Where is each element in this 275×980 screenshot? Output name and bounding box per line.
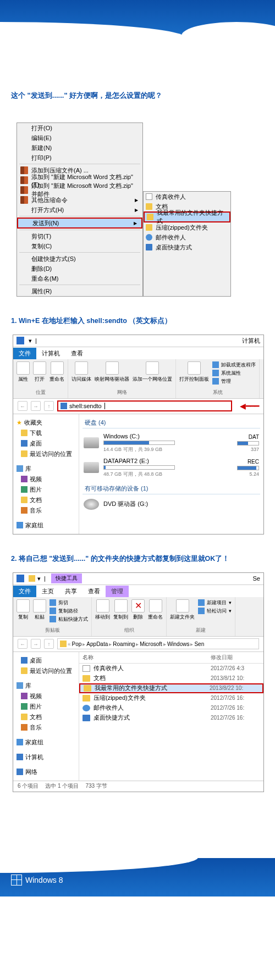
submenu-item[interactable]: 传真收件人 bbox=[144, 192, 230, 202]
ctx-item[interactable]: 添加到 "新建 Microsoft Word 文档.zip" 并邮件 bbox=[17, 185, 142, 195]
submenu-item[interactable]: 邮件收件人 bbox=[144, 232, 230, 242]
up-button[interactable]: ↑ bbox=[44, 639, 54, 649]
ctx-item[interactable]: 其他压缩命令▶ bbox=[17, 195, 142, 205]
breadcrumb-item[interactable]: Microsoft bbox=[140, 641, 162, 647]
submenu-item[interactable]: 压缩(zipped)文件夹 bbox=[144, 222, 230, 232]
up-button[interactable]: ↑ bbox=[44, 401, 54, 411]
ctx-item[interactable]: 打开方式(H)▶ bbox=[17, 205, 142, 215]
sidebar-homegroup[interactable]: 家庭组 bbox=[15, 737, 76, 748]
forward-button[interactable]: → bbox=[31, 401, 41, 411]
btn-copypath[interactable]: 复制路径 bbox=[50, 608, 88, 615]
step2-text: 2. 将自己想 "发送到......" 的文件夹的快捷方式都复制到这里就OK了！ bbox=[11, 554, 264, 564]
breadcrumb-item[interactable]: AppData bbox=[86, 641, 108, 647]
file-row[interactable]: 桌面快捷方式2012/7/26 16: bbox=[79, 713, 263, 723]
group-removable[interactable]: 有可移动存储的设备 (1) bbox=[82, 483, 260, 494]
sidebar-music[interactable]: 音乐 bbox=[15, 505, 76, 516]
btn-manage[interactable]: 管理 bbox=[212, 378, 256, 385]
back-button[interactable]: ← bbox=[18, 401, 28, 411]
ctx-item[interactable]: 打印(P) bbox=[17, 153, 142, 163]
tab-file[interactable]: 文件 bbox=[13, 586, 36, 597]
sidebar-music[interactable]: 音乐 bbox=[15, 722, 76, 733]
shortcut-tools-tab[interactable]: 快捷工具 bbox=[51, 573, 82, 583]
btn-sysprops[interactable]: 系统属性 bbox=[212, 370, 256, 377]
titlebar: ▾ | 计算机 bbox=[13, 335, 263, 347]
tab-home[interactable]: 主页 bbox=[36, 586, 59, 597]
submenu-item[interactable]: 桌面快捷方式 bbox=[144, 242, 230, 252]
ctx-item[interactable]: 编辑(E) bbox=[17, 133, 142, 143]
tab-view[interactable]: 查看 bbox=[65, 348, 89, 359]
file-row[interactable]: 传真收件人2012/7/26 4:3 bbox=[79, 664, 263, 673]
tab-manage[interactable]: 管理 bbox=[106, 586, 129, 597]
explorer-window-1: ▾ | 计算机 文件 计算机 查看 属性 打开 重命名 位置 访问媒体 映射网络… bbox=[13, 335, 264, 534]
ctx-item[interactable]: 创建快捷方式(S) bbox=[17, 254, 142, 264]
back-button[interactable]: ← bbox=[18, 639, 28, 649]
ctx-item[interactable]: 打开(O) bbox=[17, 123, 142, 133]
btn-addnet[interactable]: 添加一个网络位置 bbox=[133, 361, 172, 383]
tab-share[interactable]: 共享 bbox=[59, 586, 82, 597]
btn-open[interactable]: 打开 bbox=[33, 361, 46, 383]
submenu-item[interactable]: 我最常用的文件夹快捷方式 bbox=[144, 211, 230, 222]
breadcrumb-item[interactable]: Windows bbox=[167, 641, 190, 647]
forward-button[interactable]: → bbox=[31, 639, 41, 649]
sidebar-recent[interactable]: 最近访问的位置 bbox=[15, 666, 76, 676]
btn-easyaccess[interactable]: 轻松访问▾ bbox=[198, 608, 232, 615]
tab-file[interactable]: 文件 bbox=[13, 348, 36, 359]
ctx-item[interactable]: 重命名(M) bbox=[17, 274, 142, 283]
btn-cut[interactable]: 剪切 bbox=[50, 599, 88, 606]
breadcrumb-item[interactable]: Sen bbox=[194, 641, 204, 647]
ctx-item[interactable]: 属性(R) bbox=[17, 286, 142, 296]
sidebar-video[interactable]: 视频 bbox=[15, 691, 76, 701]
breadcrumb[interactable]: « Pop▸AppData▸Roaming▸Microsoft▸Windows▸… bbox=[57, 638, 259, 649]
group-hdd[interactable]: 硬盘 (4) bbox=[82, 417, 260, 428]
sidebar-video[interactable]: 视频 bbox=[15, 474, 76, 485]
tab-view[interactable]: 查看 bbox=[82, 586, 106, 597]
sidebar-doc[interactable]: 文档 bbox=[15, 712, 76, 722]
file-row[interactable]: 文档2013/8/12 10: bbox=[79, 673, 263, 683]
btn-properties[interactable]: 属性 bbox=[16, 361, 30, 383]
btn-delete[interactable]: ✕删除 bbox=[131, 599, 145, 621]
tab-computer[interactable]: 计算机 bbox=[36, 348, 65, 359]
sidebar-homegroup[interactable]: 家庭组 bbox=[15, 520, 76, 531]
btn-copyto[interactable]: 复制到 bbox=[113, 599, 128, 621]
btn-copy[interactable]: 复制 bbox=[16, 599, 30, 621]
ctx-item[interactable]: 删除(D) bbox=[17, 264, 142, 274]
btn-rename[interactable]: 重命名 bbox=[50, 361, 64, 383]
sidebar-desktop[interactable]: 桌面 bbox=[15, 655, 76, 666]
sidebar-computer[interactable]: 计算机 bbox=[15, 752, 76, 762]
file-row[interactable]: 邮件收件人2012/7/26 16: bbox=[79, 703, 263, 713]
sidebar-desktop[interactable]: 桌面 bbox=[15, 438, 76, 449]
btn-moveto[interactable]: 移动到 bbox=[95, 599, 110, 621]
drive-e[interactable]: DATAPART2 (E:) 48.7 GB 可用，共 48.8 GB REC … bbox=[82, 455, 260, 480]
sidebar-lib[interactable]: 库 bbox=[15, 464, 76, 474]
sidebar-doc[interactable]: 文档 bbox=[15, 495, 76, 505]
address-input[interactable]: shell:sendto bbox=[57, 400, 232, 411]
btn-newitem[interactable]: 新建项目▾ bbox=[198, 599, 232, 606]
btn-media[interactable]: 访问媒体 bbox=[72, 361, 91, 383]
btn-netdrive[interactable]: 映射网络驱动器 bbox=[95, 361, 129, 383]
windows-logo: Windows 8 bbox=[11, 875, 275, 886]
sidebar-favorites[interactable]: ★收藏夹 bbox=[15, 417, 76, 428]
sidebar-pic[interactable]: 图片 bbox=[15, 485, 76, 495]
btn-rename[interactable]: 重命名 bbox=[148, 599, 163, 621]
btn-uninstall[interactable]: 卸载或更改程序 bbox=[212, 361, 256, 369]
ctx-item[interactable]: 发送到(N)▶ bbox=[17, 218, 142, 229]
breadcrumb-item[interactable]: Pop bbox=[72, 641, 82, 647]
btn-pasteshort[interactable]: 粘贴快捷方式 bbox=[50, 616, 88, 623]
sidebar-network[interactable]: 网络 bbox=[15, 767, 76, 777]
sidebar-lib[interactable]: 库 bbox=[15, 681, 76, 691]
sidebar-downloads[interactable]: 下载 bbox=[15, 428, 76, 438]
file-row[interactable]: 我最常用的文件夹快捷方式2013/8/22 10: bbox=[79, 683, 263, 693]
btn-controlpanel[interactable]: 打开控制面板 bbox=[179, 361, 209, 383]
ctx-item[interactable]: 新建(N) bbox=[17, 143, 142, 153]
drive-c[interactable]: Windows (C:) 14.4 GB 可用，共 39.9 GB DAT 33… bbox=[82, 431, 260, 455]
btn-paste[interactable]: 粘贴 bbox=[33, 599, 46, 621]
breadcrumb-item[interactable]: Roaming bbox=[113, 641, 135, 647]
drive-dvd[interactable]: DVD 驱动器 (G:) bbox=[82, 497, 260, 512]
sidebar-pic[interactable]: 图片 bbox=[15, 701, 76, 712]
ctx-item[interactable]: 剪切(T) bbox=[17, 231, 142, 241]
btn-newfolder[interactable]: 新建文件夹 bbox=[170, 599, 195, 621]
status-bar: 6 个项目 选中 1 个项目 733 字节 bbox=[13, 781, 263, 792]
sidebar-recent[interactable]: 最近访问的位置 bbox=[15, 449, 76, 459]
ctx-item[interactable]: 复制(C) bbox=[17, 241, 142, 251]
file-row[interactable]: 压缩(zipped)文件夹2012/7/26 16: bbox=[79, 693, 263, 703]
